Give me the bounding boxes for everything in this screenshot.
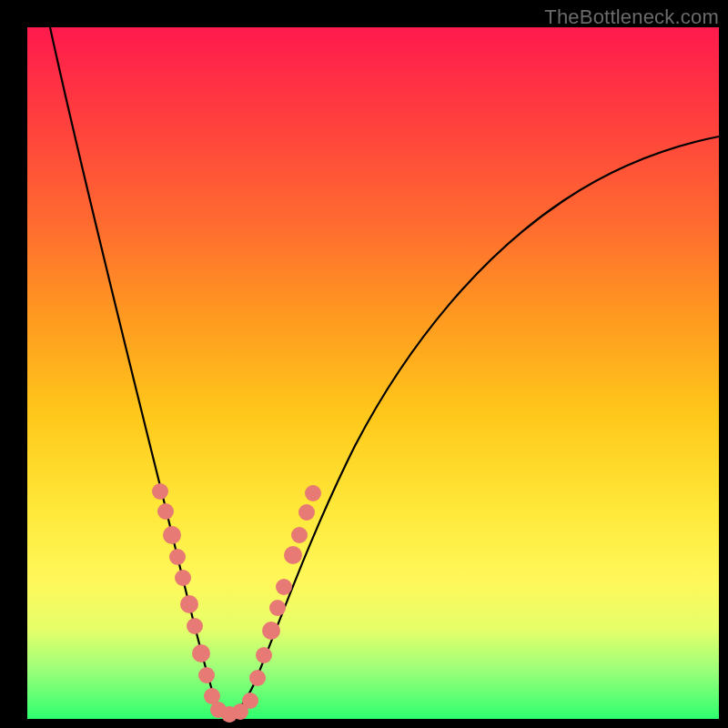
svg-point-1 bbox=[157, 503, 174, 520]
svg-point-2 bbox=[163, 526, 181, 544]
svg-point-4 bbox=[175, 570, 191, 586]
svg-point-3 bbox=[169, 549, 186, 565]
svg-point-0 bbox=[152, 483, 168, 500]
svg-point-14 bbox=[249, 670, 266, 686]
svg-point-22 bbox=[305, 485, 321, 501]
plot-area bbox=[27, 27, 719, 719]
svg-point-5 bbox=[180, 595, 198, 613]
bead-cluster-right bbox=[249, 485, 321, 686]
curve-right-branch bbox=[228, 136, 719, 715]
svg-point-13 bbox=[242, 693, 258, 709]
svg-point-18 bbox=[276, 579, 292, 595]
svg-point-6 bbox=[187, 618, 203, 634]
watermark-text: TheBottleneck.com bbox=[544, 5, 719, 29]
curve-left-branch bbox=[50, 27, 228, 715]
svg-point-19 bbox=[284, 546, 302, 564]
svg-point-16 bbox=[262, 622, 280, 640]
svg-point-17 bbox=[269, 600, 286, 616]
chart-frame: TheBottleneck.com bbox=[0, 0, 728, 728]
svg-point-21 bbox=[298, 504, 315, 521]
svg-point-20 bbox=[291, 527, 308, 543]
svg-point-15 bbox=[256, 647, 272, 663]
svg-point-7 bbox=[192, 644, 210, 662]
bottleneck-curve bbox=[27, 27, 719, 719]
svg-point-8 bbox=[198, 667, 215, 683]
